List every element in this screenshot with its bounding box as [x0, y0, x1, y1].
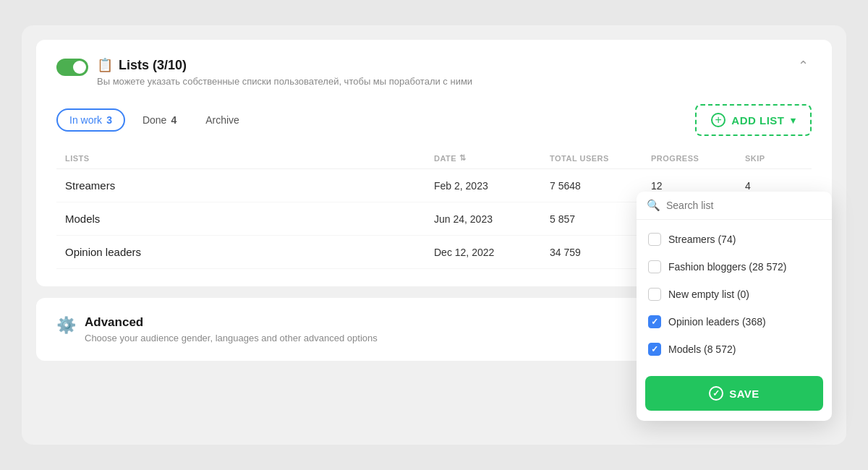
save-check-icon: ✓ [709, 386, 723, 401]
col-progress: PROGRESS [651, 153, 745, 163]
tabs-container: In work 3 Done 4 Archive [56, 108, 251, 132]
lists-toggle[interactable]: ✓ [56, 59, 88, 76]
table-header: LISTS DATE ⇅ TOTAL USERS PROGRESS SKIP [56, 148, 812, 169]
lists-card-subtitle: Вы можете указать собственные списки пол… [97, 76, 472, 87]
dropdown-panel: 🔍 Streamers (74) Fashion bloggers (28 57… [637, 192, 832, 421]
chevron-down-icon: ▾ [791, 115, 796, 126]
gear-icon: ⚙️ [56, 316, 76, 335]
advanced-title: Advanced [85, 315, 378, 330]
list-options: Streamers (74) Fashion bloggers (28 572)… [637, 220, 832, 369]
search-icon: 🔍 [647, 199, 660, 212]
list-item[interactable]: Streamers (74) [637, 226, 832, 253]
checkbox-streamers[interactable] [648, 233, 661, 246]
list-item[interactable]: Models (8 572) [637, 336, 832, 363]
checkbox-opinion-leaders[interactable] [648, 315, 661, 328]
plus-circle-icon: + [711, 113, 726, 127]
col-skip: SKIP [745, 153, 803, 163]
col-total-users: TOTAL USERS [550, 153, 651, 163]
save-button[interactable]: ✓ SAVE [645, 376, 823, 411]
search-input[interactable] [666, 200, 822, 211]
col-lists: LISTS [65, 153, 434, 163]
lists-card-title: 📋 Lists (3/10) [97, 57, 472, 73]
checkbox-models[interactable] [648, 343, 661, 356]
tab-done[interactable]: Done 4 [131, 110, 188, 130]
list-item[interactable]: New empty list (0) [637, 281, 832, 308]
checkbox-new-empty-list[interactable] [648, 288, 661, 301]
add-list-button[interactable]: + ADD LIST ▾ [695, 104, 812, 136]
advanced-subtitle: Choose your audience gender, languages a… [85, 333, 378, 343]
checkbox-fashion-bloggers[interactable] [648, 260, 661, 273]
tab-archive[interactable]: Archive [194, 110, 251, 130]
list-item[interactable]: Opinion leaders (368) [637, 308, 832, 336]
col-date: DATE ⇅ [434, 153, 550, 163]
search-box: 🔍 [637, 192, 832, 220]
list-item[interactable]: Fashion bloggers (28 572) [637, 253, 832, 281]
main-container: ✓ 📋 Lists (3/10) Вы можете указать собст… [22, 25, 846, 445]
list-icon: 📋 [97, 57, 113, 73]
collapse-button[interactable]: ⌃ [794, 57, 812, 74]
tab-in-work[interactable]: In work 3 [56, 108, 125, 132]
sort-icon[interactable]: ⇅ [459, 153, 467, 163]
